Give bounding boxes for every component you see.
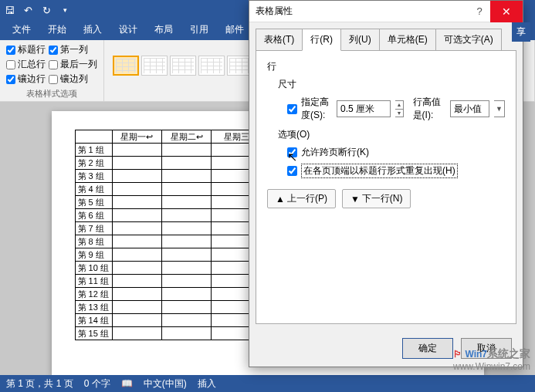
table-cell[interactable] — [161, 196, 211, 209]
help-icon[interactable]: ? — [469, 5, 490, 17]
prev-row-button[interactable]: ▲上一行(P) — [267, 189, 336, 208]
table-cell[interactable] — [161, 301, 211, 314]
dlg-tab-row[interactable]: 行(R) — [302, 29, 341, 51]
table-header-cell[interactable] — [75, 130, 112, 144]
table-cell[interactable] — [161, 235, 211, 248]
table-cell[interactable] — [112, 144, 161, 157]
row-header[interactable]: 第 2 组 — [75, 157, 112, 170]
close-icon[interactable]: ✕ — [490, 1, 523, 22]
table-cell[interactable] — [161, 170, 211, 183]
table-style-thumb[interactable] — [170, 56, 196, 76]
row-header[interactable]: 第 6 组 — [75, 209, 112, 222]
tab-design[interactable]: 设计 — [111, 19, 145, 40]
chk-banded-col[interactable]: 镶边列 — [49, 73, 88, 86]
statusbar: 第 1 页，共 1 页 0 个字 📖 中文(中国) 插入 — [0, 375, 535, 392]
chk-repeat-header[interactable]: 在各页顶端以标题行形式重复出现(H) — [287, 164, 505, 178]
row-header[interactable]: 第 4 组 — [75, 183, 112, 196]
chk-header-row[interactable]: 标题行 — [6, 43, 46, 56]
table-style-thumb[interactable] — [113, 56, 139, 76]
tab-mailings[interactable]: 邮件 — [218, 19, 252, 40]
watermark: 🏳 Win7Win7系统之家系统之家 www.Winwin7.com — [453, 347, 530, 372]
row-header[interactable]: 第 3 组 — [75, 170, 112, 183]
section-options: 选项(O) — [278, 128, 505, 141]
tab-references[interactable]: 引用 — [182, 19, 216, 40]
tab-layout[interactable]: 布局 — [147, 19, 181, 40]
chk-specify-height[interactable]: 指定高度(S): — [287, 96, 332, 122]
group-table-style-options: 标题行 第一列 汇总行 最后一列 镶边行 镶边列 表格样式选项 — [0, 40, 104, 101]
table-cell[interactable] — [161, 183, 211, 196]
chk-banded-row[interactable]: 镶边行 — [6, 73, 46, 86]
dialog-titlebar: 表格属性 ? ✕ — [249, 1, 523, 22]
dlg-tab-cell[interactable]: 单元格(E) — [379, 29, 436, 50]
extra-tab[interactable]: 享 — [512, 22, 530, 42]
table-cell[interactable] — [161, 314, 211, 327]
status-proofing-icon[interactable]: 📖 — [121, 378, 133, 389]
next-row-button[interactable]: ▼下一行(N) — [342, 189, 411, 208]
group-label-opts: 表格样式选项 — [6, 88, 97, 100]
chevron-down-icon[interactable]: ▼ — [494, 100, 505, 117]
table-header-cell[interactable]: 星期二↩ — [161, 130, 211, 144]
table-cell[interactable] — [112, 288, 161, 301]
table-cell[interactable] — [161, 248, 211, 262]
height-type-select[interactable]: 最小值 — [450, 100, 489, 117]
row-header[interactable]: 第 13 组 — [75, 301, 112, 314]
tab-file[interactable]: 文件 — [5, 19, 39, 40]
row-header[interactable]: 第 7 组 — [75, 222, 112, 235]
table-cell[interactable] — [112, 196, 161, 209]
table-cell[interactable] — [112, 170, 161, 183]
table-cell[interactable] — [112, 275, 161, 288]
table-cell[interactable] — [161, 262, 211, 275]
status-page[interactable]: 第 1 页，共 1 页 — [6, 377, 73, 390]
status-lang[interactable]: 中文(中国) — [144, 377, 187, 390]
ok-button[interactable]: 确定 — [402, 338, 453, 359]
row-header[interactable]: 第 14 组 — [75, 314, 112, 327]
row-header[interactable]: 第 8 组 — [75, 235, 112, 248]
row-header[interactable]: 第 1 组 — [75, 144, 112, 157]
row-header[interactable]: 第 15 组 — [75, 327, 112, 340]
dlg-tab-col[interactable]: 列(U) — [340, 29, 380, 50]
status-words[interactable]: 0 个字 — [84, 377, 110, 390]
table-cell[interactable] — [161, 157, 211, 170]
table-cell[interactable] — [112, 301, 161, 314]
table-cell[interactable] — [112, 327, 161, 340]
table-header-cell[interactable]: 星期一↩ — [112, 130, 161, 144]
chk-allow-break[interactable]: 允许跨页断行(K) — [287, 146, 505, 159]
dlg-tab-alt[interactable]: 可选文字(A) — [435, 29, 502, 50]
tab-home[interactable]: 开始 — [40, 19, 74, 40]
table-style-thumb[interactable] — [198, 56, 225, 76]
table-cell[interactable] — [112, 248, 161, 262]
chevron-down-icon: ▼ — [395, 110, 403, 117]
dialog-body: 行 尺寸 指定高度(S): ▲▼ 行高值是(I): 最小值 ▼ 选项(O) 允许… — [256, 50, 516, 324]
status-insert[interactable]: 插入 — [198, 377, 216, 390]
row-header[interactable]: 第 12 组 — [75, 288, 112, 301]
undo-icon[interactable]: ↶ — [22, 4, 34, 16]
table-cell[interactable] — [112, 209, 161, 222]
table-cell[interactable] — [161, 144, 211, 157]
dlg-tab-table[interactable]: 表格(T) — [256, 29, 303, 50]
table-style-thumb[interactable] — [141, 56, 168, 76]
row-header[interactable]: 第 9 组 — [75, 248, 112, 262]
table-cell[interactable] — [161, 222, 211, 235]
row-header[interactable]: 第 10 组 — [75, 262, 112, 275]
table-cell[interactable] — [112, 262, 161, 275]
table-cell[interactable] — [161, 288, 211, 301]
table-cell[interactable] — [112, 157, 161, 170]
tab-insert[interactable]: 插入 — [76, 19, 110, 40]
table-cell[interactable] — [161, 327, 211, 340]
table-cell[interactable] — [112, 235, 161, 248]
table-cell[interactable] — [112, 183, 161, 196]
table-cell[interactable] — [112, 222, 161, 235]
chk-total-row[interactable]: 汇总行 — [6, 58, 46, 71]
table-cell[interactable] — [161, 209, 211, 222]
row-header[interactable]: 第 5 组 — [75, 196, 112, 209]
redo-icon[interactable]: ↻ — [40, 4, 52, 16]
qat-customize-icon[interactable]: ▾ — [59, 4, 71, 16]
height-input[interactable] — [337, 100, 391, 117]
save-icon[interactable]: 🖫 — [3, 4, 15, 16]
height-spinner[interactable]: ▲▼ — [395, 100, 404, 117]
row-header[interactable]: 第 11 组 — [75, 275, 112, 288]
table-cell[interactable] — [112, 314, 161, 327]
chk-first-col[interactable]: 第一列 — [49, 43, 88, 56]
table-cell[interactable] — [161, 275, 211, 288]
chk-last-col[interactable]: 最后一列 — [49, 58, 97, 71]
